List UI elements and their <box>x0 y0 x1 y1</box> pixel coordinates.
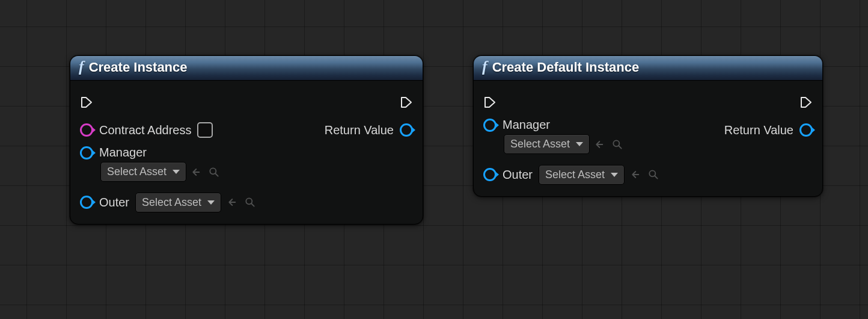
browse-asset-icon[interactable] <box>244 196 256 208</box>
browse-asset-icon[interactable] <box>611 138 623 150</box>
use-selected-icon[interactable] <box>191 166 203 178</box>
svg-point-2 <box>613 140 619 146</box>
label-outer: Outer <box>503 168 533 182</box>
pin-manager[interactable] <box>80 146 93 160</box>
svg-point-1 <box>246 198 252 204</box>
function-icon: f <box>79 59 84 75</box>
label-return-value: Return Value <box>325 123 394 137</box>
contract-address-field[interactable] <box>197 122 213 138</box>
node-body: Contract Address Manager Select Asset <box>70 81 423 224</box>
browse-asset-icon[interactable] <box>208 166 220 178</box>
chevron-down-icon <box>576 142 583 146</box>
use-selected-icon[interactable] <box>631 169 643 181</box>
exec-in-row <box>80 91 310 113</box>
exec-out-row <box>400 91 413 113</box>
pin-return-value[interactable] <box>400 123 413 137</box>
node-create-default-instance[interactable]: f Create Default Instance Manager <box>473 55 823 197</box>
input-manager: Manager Select Asset <box>483 118 710 154</box>
input-outer: Outer Select Asset <box>80 191 310 213</box>
output-return-value: Return Value <box>724 119 813 141</box>
exec-out-row <box>799 91 813 113</box>
node-header[interactable]: f Create Instance <box>70 56 423 81</box>
node-header[interactable]: f Create Default Instance <box>474 56 822 81</box>
outer-asset-select[interactable]: Select Asset <box>539 165 625 185</box>
label-manager: Manager <box>99 146 147 160</box>
input-outer: Outer Select Asset <box>483 164 710 185</box>
output-return-value: Return Value <box>325 119 413 141</box>
label-return-value: Return Value <box>724 123 793 137</box>
pin-outer[interactable] <box>483 168 497 181</box>
blueprint-canvas[interactable]: f Create Instance Contract Address <box>0 0 868 319</box>
exec-out-pin[interactable] <box>400 96 413 109</box>
exec-in-pin[interactable] <box>80 96 93 109</box>
label-contract-address: Contract Address <box>99 123 191 137</box>
pin-contract-address[interactable] <box>80 123 93 137</box>
manager-asset-select[interactable]: Select Asset <box>100 162 186 182</box>
exec-in-row <box>483 91 710 113</box>
pin-return-value[interactable] <box>799 123 813 137</box>
node-title: Create Default Instance <box>492 60 640 75</box>
browse-asset-icon[interactable] <box>647 169 659 181</box>
asset-select-label: Select Asset <box>107 166 167 178</box>
outer-asset-select[interactable]: Select Asset <box>135 193 221 212</box>
chevron-down-icon <box>173 170 180 174</box>
node-body: Manager Select Asset <box>474 81 822 196</box>
function-icon: f <box>482 59 487 75</box>
asset-select-label: Select Asset <box>142 196 201 209</box>
input-contract-address: Contract Address <box>80 119 310 141</box>
use-selected-icon[interactable] <box>594 138 607 150</box>
pin-manager[interactable] <box>483 119 497 132</box>
node-create-instance[interactable]: f Create Instance Contract Address <box>70 55 423 225</box>
pin-outer[interactable] <box>80 196 93 209</box>
manager-asset-select[interactable]: Select Asset <box>504 134 590 154</box>
label-manager: Manager <box>503 118 550 132</box>
chevron-down-icon <box>207 200 215 205</box>
asset-select-label: Select Asset <box>545 169 605 181</box>
input-manager: Manager Select Asset <box>80 146 310 182</box>
svg-point-0 <box>210 168 216 174</box>
asset-select-label: Select Asset <box>510 138 570 150</box>
node-title: Create Instance <box>89 60 188 75</box>
use-selected-icon[interactable] <box>227 196 239 208</box>
svg-point-3 <box>649 170 655 176</box>
label-outer: Outer <box>99 196 129 209</box>
exec-out-pin[interactable] <box>799 96 813 109</box>
exec-in-pin[interactable] <box>483 96 497 109</box>
chevron-down-icon <box>611 173 618 177</box>
